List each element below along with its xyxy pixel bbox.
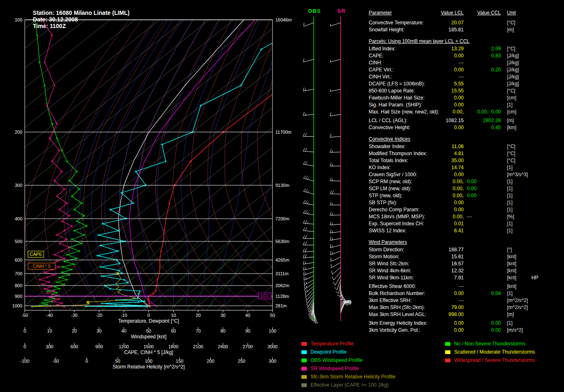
header-value-lcl: Value LCL [422, 10, 464, 16]
value-ccl: 0.00 [467, 192, 476, 199]
unit-label: [cm] [507, 94, 517, 102]
cape-tick-label: 900 [95, 344, 103, 349]
obs-wind-barb [303, 161, 314, 166]
srh-tick-label: -50 [52, 359, 59, 364]
param-row: CINH:---[J/kg] [369, 59, 563, 66]
srh-tick-label: 250 [238, 359, 245, 364]
value-lcl: 35.00 [422, 157, 464, 164]
sr-wind-barb [330, 222, 341, 225]
legend-label: Sfc-3km Storm Relative Helicity Profile [310, 374, 395, 380]
legend-swatch [445, 359, 450, 362]
param-row: CAPE Virt.:0.000.20[J/kg] [369, 66, 563, 73]
temperature-profile-line-markers [147, 19, 367, 308]
legend-label: Temperature Profile [310, 341, 354, 347]
param-label: Sig. Hail Param. (SHIP): [369, 102, 422, 109]
param-row: SR Wind 4km-6km:12.32[knt] [369, 267, 563, 274]
obs-wind-barb [303, 133, 314, 136]
cape-tick-label: 2700 [243, 344, 253, 349]
obs-wind-barb [303, 59, 314, 62]
parameter-table-header: Parameter Value LCL Value CCL Unit [369, 10, 563, 17]
srh-marker [87, 301, 89, 303]
legend-swatch [301, 375, 307, 379]
windspeed-tick-label: 100 [269, 328, 276, 333]
mixing-ratio-line [123, 241, 187, 310]
temperature-tick-label: -50 [21, 313, 28, 318]
cape-tick-label: 2100 [193, 344, 203, 349]
unit-label: [knt] [507, 253, 517, 260]
sr-wind-barb [330, 134, 341, 137]
value-ccl: 0.00 [464, 320, 501, 327]
value-ccl: 2.09 [464, 45, 501, 52]
windspeed-tick-label: 30 [97, 328, 102, 333]
mixing-ratio-line [154, 241, 215, 310]
unit-label: [1] [507, 220, 512, 227]
unit-label: [°C] [507, 45, 515, 52]
isotherm-line [0, 20, 135, 310]
obs-wind-barb [304, 280, 314, 285]
param-row: STP (new, old):0.00,0.00[1] [369, 192, 563, 199]
sr-wind-barb [330, 177, 341, 181]
param-row: Modified Thompson Index:4.81[°C] [369, 150, 563, 157]
cape-tick-label: 1200 [119, 344, 129, 349]
unit-label: [m] [507, 311, 514, 318]
pressure-label: 600 [15, 257, 22, 262]
value-lcl: 0.00 [422, 327, 464, 334]
unit-label: [m^2/s^2] [507, 297, 528, 304]
srh-tick-label: 200 [207, 359, 214, 364]
value-ccl: 0.20 [464, 66, 501, 73]
unit-label: [m^3/s^3] [507, 171, 528, 178]
unit-label: [m/s^2] [507, 327, 523, 334]
param-label: SR Wind 4km-6km: [369, 267, 411, 274]
windspeed-tick-label: 0 [24, 328, 26, 333]
sr-wind-barb [332, 272, 341, 280]
value-lcl: 0.00 [422, 102, 464, 109]
param-row: SWISS 12 Index:6.41[1] [369, 227, 563, 234]
windspeed-tick-label: 20 [72, 328, 77, 333]
parameter-table: Parameter Value LCL Value CCL Unit Conve… [369, 10, 563, 334]
unit-label: [m] [507, 117, 514, 124]
windspeed-tick-label: 70 [196, 328, 201, 333]
srh-tick-label: 300 [269, 359, 276, 364]
value-ccl: 0.00 [467, 185, 476, 192]
param-label: STP (new, old): [369, 192, 403, 199]
value-ccl: 0.83 [464, 52, 501, 59]
param-label: CAPE Virt.: [369, 66, 393, 73]
value-suffix: HP [531, 274, 538, 281]
param-row: SB STP (fix):0.00[1] [369, 199, 563, 206]
legend-item: Sfc-3km Storm Relative Helicity Profile [301, 373, 395, 381]
unit-label: [1] [507, 320, 512, 327]
value-lcl: 188.77 [422, 246, 464, 253]
unit-label: [km] [507, 124, 517, 131]
param-label: SCP RM (new, old): [369, 178, 412, 185]
isotherm-line [69, 20, 367, 310]
temperature-tick-label: 30 [220, 313, 225, 318]
windspeed-tick-label: 80 [220, 328, 225, 333]
unit-label: [1] [507, 178, 512, 185]
windspeed-tick-label: 60 [171, 328, 176, 333]
value-ccl: 0.00, 0.00 [464, 109, 501, 116]
param-row: CINH Virt.:---[J/kg] [369, 73, 563, 80]
value-lcl: --- [422, 297, 464, 304]
value-lcl: 5.55 [422, 80, 464, 87]
param-row: 3km Effective SRH:---[m^2/s^2] [369, 297, 563, 304]
legend-item: Dewpoint Profile [301, 348, 395, 356]
isotherm-line [19, 20, 367, 310]
section-title: Parcels: Using 100mB mean layer LCL + CC… [369, 38, 563, 45]
legend-label: SR Windspeed Profile [310, 366, 359, 371]
sr-wind-barb [336, 283, 341, 294]
cape-tick-label: 1800 [168, 344, 178, 349]
legend-label: Effective Layer (CAPE >= 100 J/kg) [310, 382, 389, 388]
param-row: Convective Height:0.000.45[km] [369, 124, 563, 131]
sr-wind-barb [330, 112, 341, 116]
param-row: Effective Shear 6000:---[knt] [369, 283, 563, 290]
value-ccl: 0.45 [464, 124, 501, 131]
temperature-tick-label: 50 [270, 313, 275, 318]
param-row: Total Totals Index:35.00[°C] [369, 157, 563, 164]
unit-label: [1] [507, 102, 512, 109]
unit-label: [°C] [507, 143, 515, 150]
value-lcl: 12.32 [422, 267, 464, 274]
obs-wind-barb [303, 254, 314, 258]
isotherm-line [0, 20, 184, 310]
dry-adiabat-line [225, 20, 331, 310]
dry-adiabat-line [320, 20, 367, 310]
